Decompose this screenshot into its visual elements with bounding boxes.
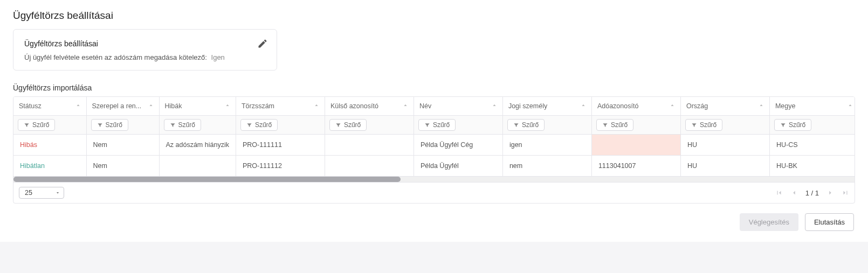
filter-button[interactable]: Szűrő: [240, 119, 278, 131]
filter-label: Szűrő: [344, 121, 361, 129]
filter-icon: [24, 122, 30, 128]
page-size-select[interactable]: 25: [19, 187, 64, 199]
cell-status: Hibátlan: [13, 156, 86, 177]
edit-icon[interactable]: [257, 38, 268, 49]
cell-country: HU: [680, 135, 769, 156]
column-header-label: Hibák: [165, 102, 182, 110]
import-section-title: Ügyféltörzs importálása: [13, 83, 855, 92]
sort-asc-icon[interactable]: [148, 103, 154, 109]
filter-label: Szűrő: [611, 121, 628, 129]
column-header[interactable]: Státusz: [13, 97, 86, 116]
filter-button[interactable]: Szűrő: [164, 119, 201, 131]
sort-asc-icon[interactable]: [848, 103, 853, 109]
next-page-icon[interactable]: [826, 189, 834, 197]
filter-button[interactable]: Szűrő: [18, 119, 55, 131]
cell-legal: igen: [502, 135, 591, 156]
cell-in_system: Nem: [86, 135, 159, 156]
cell-tax_id: [591, 135, 680, 156]
filter-label: Szűrő: [700, 121, 717, 129]
column-header-label: Státusz: [19, 102, 42, 110]
table-row[interactable]: HibátlanNemPRO-111112Példa Ügyfélnem1113…: [13, 156, 855, 177]
filter-icon: [513, 122, 519, 128]
filter-button[interactable]: Szűrő: [329, 119, 367, 131]
scrollbar-thumb[interactable]: [13, 177, 401, 182]
sort-asc-icon[interactable]: [759, 103, 764, 109]
sort-asc-icon[interactable]: [670, 103, 675, 109]
column-header[interactable]: Megye: [769, 97, 855, 116]
sort-asc-icon[interactable]: [581, 103, 586, 109]
cell-county: HU-CS: [769, 135, 855, 156]
filter-button[interactable]: Szűrő: [418, 119, 456, 131]
cell-tax_id: 1113041007: [591, 156, 680, 177]
page-title: Ügyféltörzs beállításai: [0, 0, 868, 29]
cell-status: Hibás: [13, 135, 86, 156]
filter-icon: [170, 122, 176, 128]
filter-button[interactable]: Szűrő: [596, 119, 633, 131]
filter-icon: [335, 122, 341, 128]
cell-name: Példa Ügyfél: [414, 156, 502, 177]
cell-country: HU: [680, 156, 769, 177]
filter-icon: [602, 122, 608, 128]
column-header-label: Név: [419, 102, 431, 110]
filter-button[interactable]: Szűrő: [774, 119, 811, 131]
horizontal-scrollbar[interactable]: [13, 177, 855, 182]
import-table: StátuszSzerepel a ren...HibákTörzsszámKü…: [13, 96, 855, 204]
cell-legal: nem: [502, 156, 591, 177]
column-header-label: Szerepel a ren...: [92, 102, 142, 110]
finalize-button: Véglegesítés: [740, 213, 798, 231]
reject-button[interactable]: Elutasítás: [805, 213, 854, 231]
filter-label: Szűrő: [522, 121, 539, 129]
setting-value: Igen: [211, 53, 225, 61]
setting-label: Új ügyfél felvétele esetén az adószám me…: [24, 53, 207, 61]
cell-errors: Az adószám hiányzik: [159, 135, 236, 156]
column-header[interactable]: Jogi személy: [502, 97, 591, 116]
filter-label: Szűrő: [106, 121, 122, 129]
column-header[interactable]: Szerepel a ren...: [86, 97, 159, 116]
filter-button[interactable]: Szűrő: [507, 119, 545, 131]
page-indicator: 1 / 1: [805, 189, 819, 197]
column-header-label: Jogi személy: [508, 102, 547, 110]
column-header-label: Megye: [775, 102, 796, 110]
column-header-label: Külső azonosító: [330, 102, 378, 110]
card-title: Ügyféltörzs beállításai: [24, 39, 266, 48]
cell-master_no: PRO-111111: [236, 135, 325, 156]
filter-icon: [246, 122, 252, 128]
page-size-value: 25: [25, 189, 32, 197]
last-page-icon[interactable]: [842, 189, 849, 197]
cell-county: HU-BK: [769, 156, 855, 177]
cell-errors: [159, 156, 236, 177]
settings-card: Ügyféltörzs beállításai Új ügyfél felvét…: [13, 29, 277, 71]
column-header[interactable]: Hibák: [159, 97, 236, 116]
column-header[interactable]: Külső azonosító: [325, 97, 414, 116]
sort-asc-icon[interactable]: [314, 103, 319, 109]
sort-asc-icon[interactable]: [492, 103, 497, 109]
first-page-icon[interactable]: [775, 189, 783, 197]
cell-in_system: Nem: [86, 156, 159, 177]
filter-label: Szűrő: [178, 121, 195, 129]
setting-line: Új ügyfél felvétele esetén az adószám me…: [24, 53, 266, 61]
prev-page-icon[interactable]: [790, 189, 798, 197]
sort-asc-icon[interactable]: [403, 103, 408, 109]
sort-asc-icon[interactable]: [225, 103, 230, 109]
filter-label: Szűrő: [789, 121, 805, 129]
column-header[interactable]: Ország: [680, 97, 769, 116]
cell-master_no: PRO-111112: [236, 156, 325, 177]
cell-name: Példa Ügyfél Cég: [414, 135, 502, 156]
column-header-label: Törzsszám: [242, 102, 274, 110]
cell-ext_id: [325, 135, 414, 156]
table-row[interactable]: HibásNemAz adószám hiányzikPRO-111111Pél…: [13, 135, 855, 156]
column-header[interactable]: Törzsszám: [236, 97, 325, 116]
filter-button[interactable]: Szűrő: [685, 119, 722, 131]
pager: 1 / 1: [775, 189, 849, 197]
filter-button[interactable]: Szűrő: [91, 119, 128, 131]
cell-ext_id: [325, 156, 414, 177]
column-header-label: Adóazonosító: [597, 102, 638, 110]
filter-icon: [780, 122, 786, 128]
column-header-label: Ország: [686, 102, 708, 110]
column-header[interactable]: Adóazonosító: [591, 97, 680, 116]
sort-asc-icon[interactable]: [75, 103, 81, 109]
filter-icon: [691, 122, 697, 128]
chevron-down-icon: [55, 190, 60, 195]
filter-icon: [424, 122, 430, 128]
column-header[interactable]: Név: [414, 97, 502, 116]
